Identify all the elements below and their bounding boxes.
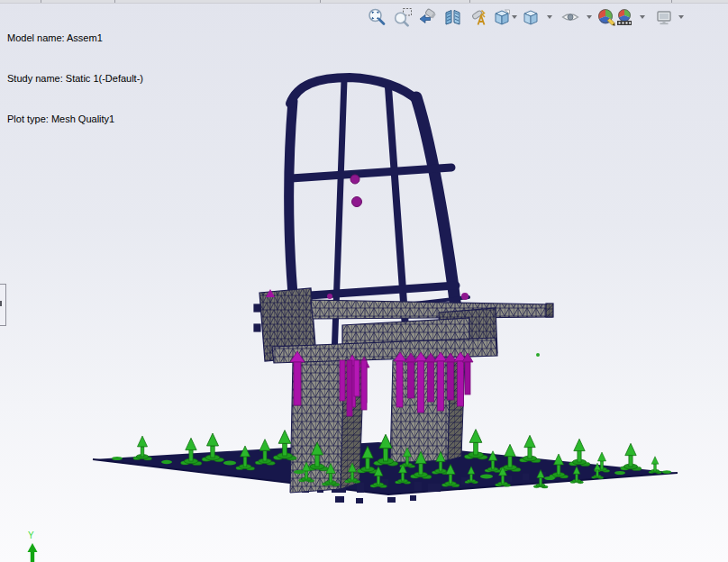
panel-edge-notch xyxy=(0,301,2,306)
triad-y-axis-arrow xyxy=(28,543,38,552)
load-indicator-dots xyxy=(350,175,362,207)
solidworks-graphics-window: Model name: Assem1 Study name: Static 1(… xyxy=(0,0,728,562)
graphics-area[interactable]: Y xyxy=(0,0,728,562)
triad-y-axis-label: Y xyxy=(28,530,34,540)
orientation-triad: Y xyxy=(28,530,38,562)
left-panel-edge-fragment xyxy=(0,284,6,326)
